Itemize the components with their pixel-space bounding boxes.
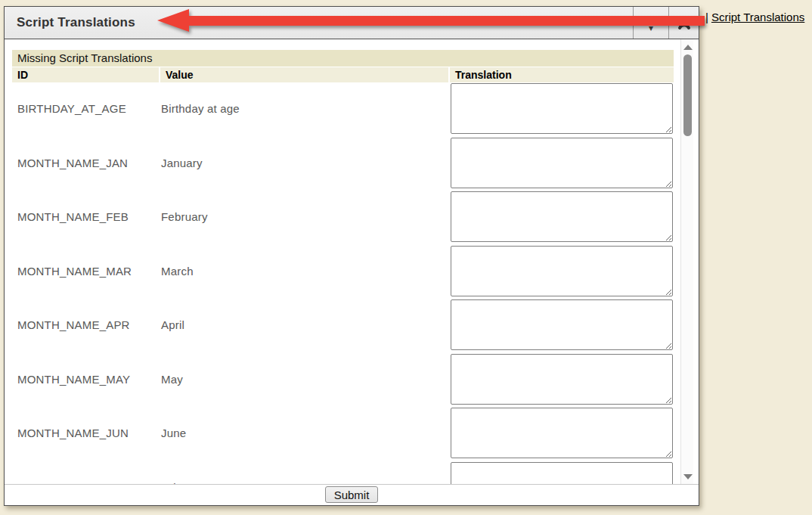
translation-textarea[interactable] xyxy=(451,354,673,405)
panel-title-cell: Script Translations xyxy=(5,7,633,39)
table-rows: BIRTHDAY_AT_AGE Birthday at age MONTH_NA… xyxy=(5,83,699,484)
row-value: February xyxy=(161,191,208,242)
table-row: MONTH_NAME_APR April xyxy=(5,299,699,354)
panel-header: Script Translations ▾ xyxy=(5,7,699,39)
table-column-headers: ID Value Translation xyxy=(12,67,674,82)
table-row: MONTH_NAME_JAN January xyxy=(5,138,699,192)
table-row: MONTH_NAME_JUN June xyxy=(5,408,699,462)
panel-menu-button[interactable]: ▾ xyxy=(633,7,668,39)
translation-textarea[interactable] xyxy=(451,299,673,350)
translation-textarea[interactable] xyxy=(451,408,673,458)
panel-collapse-button[interactable] xyxy=(668,7,699,39)
column-header-translation: Translation xyxy=(450,67,674,82)
script-translations-link[interactable]: Script Translations xyxy=(711,11,804,23)
row-id: MONTH_NAME_MAR xyxy=(17,246,132,296)
submit-button[interactable]: Submit xyxy=(325,486,379,503)
breadcrumb: |Script Translations xyxy=(705,11,804,23)
scroll-up-arrow-icon[interactable] xyxy=(681,41,694,53)
column-header-value: Value xyxy=(160,67,448,82)
row-value: April xyxy=(161,299,184,350)
translation-textarea[interactable] xyxy=(451,191,673,242)
translation-textarea[interactable] xyxy=(451,83,673,134)
translation-textarea[interactable] xyxy=(451,246,673,296)
row-id: MONTH_NAME_APR xyxy=(17,299,130,350)
vertical-scrollbar[interactable] xyxy=(680,39,693,484)
table-row: MONTH_NAME_MAY May xyxy=(5,354,699,408)
script-translations-panel: Script Translations ▾ Missing Script Tra… xyxy=(4,6,699,506)
section-title-bar: Missing Script Translations xyxy=(12,50,674,67)
row-value: March xyxy=(161,246,194,296)
breadcrumb-separator: | xyxy=(705,11,708,23)
translation-textarea[interactable] xyxy=(451,138,673,188)
row-id: MONTH_NAME_FEB xyxy=(17,191,129,242)
row-value: June xyxy=(161,408,186,458)
row-id: MONTH_NAME_JUN xyxy=(17,408,129,458)
collapse-up-icon xyxy=(677,12,691,33)
panel-body: Missing Script Translations ID Value Tra… xyxy=(5,39,699,484)
table-row: MONTH_NAME_MAR March xyxy=(5,246,699,300)
table-row: BIRTHDAY_AT_AGE Birthday at age xyxy=(5,83,699,138)
table-row: MONTH_NAME_JUL July xyxy=(5,462,699,485)
row-id: MONTH_NAME_JUL xyxy=(17,462,127,485)
row-id: BIRTHDAY_AT_AGE xyxy=(17,83,126,134)
row-value: January xyxy=(161,138,203,188)
panel-footer: Submit xyxy=(5,484,699,504)
column-header-id: ID xyxy=(12,67,159,82)
caret-down-icon: ▾ xyxy=(649,23,653,33)
row-value: May xyxy=(161,354,183,405)
table-row: MONTH_NAME_FEB February xyxy=(5,191,699,246)
panel-title: Script Translations xyxy=(17,15,135,30)
row-id: MONTH_NAME_MAY xyxy=(17,354,130,405)
row-value: Birthday at age xyxy=(161,83,240,134)
row-id: MONTH_NAME_JAN xyxy=(17,138,128,188)
translation-textarea[interactable] xyxy=(451,462,673,485)
scrollbar-thumb[interactable] xyxy=(683,54,692,136)
row-value: July xyxy=(161,462,181,485)
scroll-down-arrow-icon[interactable] xyxy=(681,470,694,482)
